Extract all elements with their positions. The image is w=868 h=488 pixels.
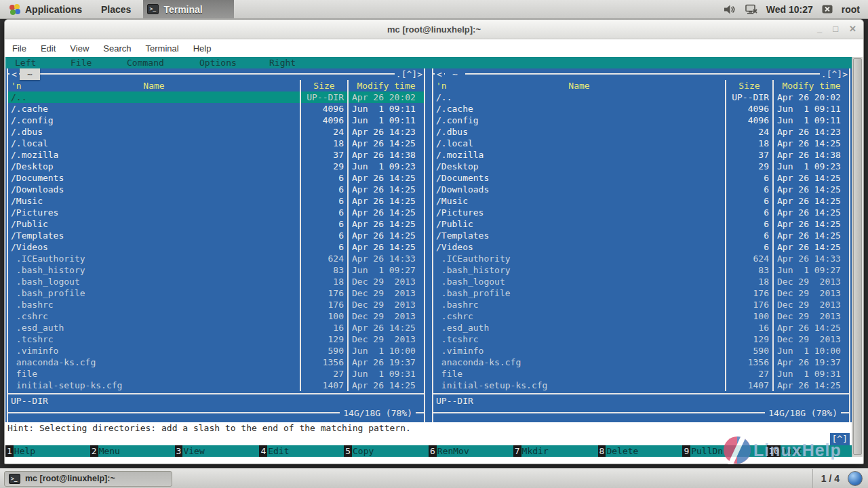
- column-header-name[interactable]: Name: [433, 80, 725, 92]
- file-row[interactable]: .tcshrc129Dec 29 2013: [8, 333, 424, 345]
- applications-menu[interactable]: Applications: [0, 0, 92, 18]
- file-row[interactable]: /.config4096Jun 1 09:11: [8, 115, 424, 126]
- file-row[interactable]: .bashrc176Dec 29 2013: [8, 299, 424, 310]
- terminal-menu-search[interactable]: Search: [103, 43, 131, 54]
- file-row[interactable]: /Templates6Apr 26 14:25: [433, 230, 849, 241]
- fn-key-copy[interactable]: 5Copy: [344, 445, 429, 457]
- file-row[interactable]: /Music6Apr 26 14:25: [8, 195, 424, 207]
- fn-key-quit[interactable]: 10Quit: [767, 445, 852, 457]
- fn-key-pulldn[interactable]: 9PullDn: [682, 445, 767, 457]
- file-row[interactable]: .bash_profile176Dec 29 2013: [433, 287, 849, 299]
- file-row[interactable]: file27Jun 1 09:31: [8, 368, 424, 380]
- file-row[interactable]: .bash_history83Jun 1 09:27: [433, 264, 849, 276]
- right-panel-path[interactable]: ~: [445, 68, 465, 80]
- panel-history-left-icon[interactable]: <: [435, 68, 444, 80]
- scrollbar-thumb[interactable]: [853, 58, 862, 455]
- column-header-size[interactable]: Size: [725, 80, 772, 92]
- file-row[interactable]: /Videos6Apr 26 14:25: [8, 241, 424, 253]
- file-row[interactable]: .viminfo590Jun 1 10:00: [8, 345, 424, 357]
- mc-menu-command[interactable]: Command: [127, 57, 164, 68]
- column-header-name[interactable]: Name: [8, 80, 300, 92]
- file-row[interactable]: /.config4096Jun 1 09:11: [433, 115, 849, 126]
- file-row[interactable]: .viminfo590Jun 1 10:00: [433, 345, 849, 357]
- column-header-size[interactable]: Size: [300, 80, 347, 92]
- file-row[interactable]: /..UP--DIRApr 26 20:02: [433, 92, 849, 103]
- close-icon[interactable]: ✕: [849, 25, 856, 33]
- column-header-mtime[interactable]: Modify time: [772, 80, 849, 92]
- file-row[interactable]: anaconda-ks.cfg1356Apr 26 19:37: [8, 357, 424, 368]
- file-row[interactable]: /Pictures6Apr 26 14:25: [433, 207, 849, 218]
- terminal-scrollbar[interactable]: [852, 57, 863, 457]
- file-row[interactable]: .cshrc100Dec 29 2013: [8, 310, 424, 322]
- terminal-menu-edit[interactable]: Edit: [41, 43, 56, 54]
- volume-icon[interactable]: [724, 3, 736, 16]
- workspace-switcher-icon[interactable]: [848, 471, 863, 486]
- file-row[interactable]: /Templates6Apr 26 14:25: [8, 230, 424, 241]
- file-row[interactable]: /Videos6Apr 26 14:25: [433, 241, 849, 253]
- terminal-menu-help[interactable]: Help: [193, 43, 212, 54]
- file-row[interactable]: /Downloads6Apr 26 14:25: [8, 184, 424, 195]
- maximize-icon[interactable]: □: [833, 25, 838, 33]
- left-panel-path[interactable]: ~: [20, 68, 40, 80]
- minimize-icon[interactable]: _: [817, 25, 822, 33]
- terminal-menu-file[interactable]: File: [12, 43, 26, 54]
- file-row[interactable]: .tcshrc129Dec 29 2013: [433, 333, 849, 345]
- column-header-mtime[interactable]: Modify time: [347, 80, 424, 92]
- file-row[interactable]: /.cache4096Jun 1 09:11: [8, 103, 424, 115]
- file-row[interactable]: .ICEauthority624Apr 26 14:33: [433, 253, 849, 264]
- file-row[interactable]: .bash_logout18Dec 29 2013: [433, 276, 849, 287]
- file-row[interactable]: /Downloads6Apr 26 14:25: [433, 184, 849, 195]
- file-row[interactable]: .esd_auth16Apr 26 14:25: [433, 322, 849, 333]
- panel-corner-marks[interactable]: .[^]>: [820, 68, 849, 80]
- file-row[interactable]: /Public6Apr 26 14:25: [8, 218, 424, 230]
- file-row[interactable]: /.local18Apr 26 14:25: [433, 138, 849, 149]
- file-row[interactable]: /Desktop29Jun 1 09:23: [433, 161, 849, 172]
- file-row[interactable]: .bash_history83Jun 1 09:27: [8, 264, 424, 276]
- file-row[interactable]: /Documents6Apr 26 14:25: [8, 172, 424, 184]
- network-icon[interactable]: [745, 3, 758, 16]
- file-row[interactable]: /.dbus24Apr 26 14:23: [433, 126, 849, 138]
- panel-corner-marks[interactable]: .[^]>: [395, 68, 424, 80]
- fn-key-view[interactable]: 3View: [175, 445, 260, 457]
- file-row[interactable]: /.mozilla37Apr 26 14:38: [8, 149, 424, 161]
- file-row[interactable]: /.cache4096Jun 1 09:11: [433, 103, 849, 115]
- file-row[interactable]: /.mozilla37Apr 26 14:38: [433, 149, 849, 161]
- places-menu[interactable]: Places: [92, 0, 140, 18]
- file-row[interactable]: file27Jun 1 09:31: [433, 368, 849, 380]
- file-row[interactable]: initial-setup-ks.cfg1407Apr 26 14:25: [8, 380, 424, 391]
- file-row[interactable]: .bash_logout18Dec 29 2013: [8, 276, 424, 287]
- mc-command-line[interactable]: [root@linuxhelp ~]# [^]: [5, 434, 852, 445]
- mc-menu-file[interactable]: File: [71, 57, 92, 68]
- fn-key-help[interactable]: 1Help: [5, 445, 90, 457]
- fn-key-menu[interactable]: 2Menu: [90, 445, 175, 457]
- file-row[interactable]: anaconda-ks.cfg1356Apr 26 19:37: [433, 357, 849, 368]
- file-row[interactable]: /Desktop29Jun 1 09:23: [8, 161, 424, 172]
- workspace-pager-label[interactable]: 1 / 4: [821, 473, 840, 484]
- clock[interactable]: Wed 10:27: [766, 4, 813, 15]
- fn-key-mkdir[interactable]: 7Mkdir: [513, 445, 598, 457]
- panel-history-left-icon[interactable]: <: [9, 68, 19, 80]
- fn-key-delete[interactable]: 8Delete: [598, 445, 683, 457]
- file-row[interactable]: /Documents6Apr 26 14:25: [433, 172, 849, 184]
- fn-key-renmov[interactable]: 6RenMov: [429, 445, 513, 457]
- file-row[interactable]: .esd_auth16Apr 26 14:25: [8, 322, 424, 333]
- terminal-menu-view[interactable]: View: [70, 43, 89, 54]
- file-row[interactable]: .bash_profile176Dec 29 2013: [8, 287, 424, 299]
- file-row[interactable]: /Music6Apr 26 14:25: [433, 195, 849, 207]
- file-row[interactable]: initial-setup-ks.cfg1407Apr 26 14:25: [433, 380, 849, 391]
- mc-menu-options[interactable]: Options: [199, 57, 237, 68]
- session-user-label[interactable]: root: [842, 4, 860, 15]
- mc-menu-left[interactable]: Left: [15, 57, 36, 68]
- file-row[interactable]: /.dbus24Apr 26 14:23: [8, 126, 424, 138]
- file-row[interactable]: /Public6Apr 26 14:25: [433, 218, 849, 230]
- file-row[interactable]: .ICEauthority624Apr 26 14:33: [8, 253, 424, 264]
- mc-menu-right[interactable]: Right: [269, 57, 296, 68]
- window-titlebar[interactable]: mc [root@linuxhelp]:~ _ □ ✕: [5, 20, 863, 39]
- user-status-icon[interactable]: [821, 3, 833, 16]
- terminal-menu-terminal[interactable]: Terminal: [146, 43, 179, 54]
- file-row[interactable]: /..UP--DIRApr 26 20:02: [8, 92, 424, 103]
- file-row[interactable]: /Pictures6Apr 26 14:25: [8, 207, 424, 218]
- taskbar-window-button[interactable]: >_ mc [root@linuxhelp]:~: [4, 471, 172, 487]
- active-app-button[interactable]: >_ Terminal: [143, 0, 233, 18]
- file-row[interactable]: .bashrc176Dec 29 2013: [433, 299, 849, 310]
